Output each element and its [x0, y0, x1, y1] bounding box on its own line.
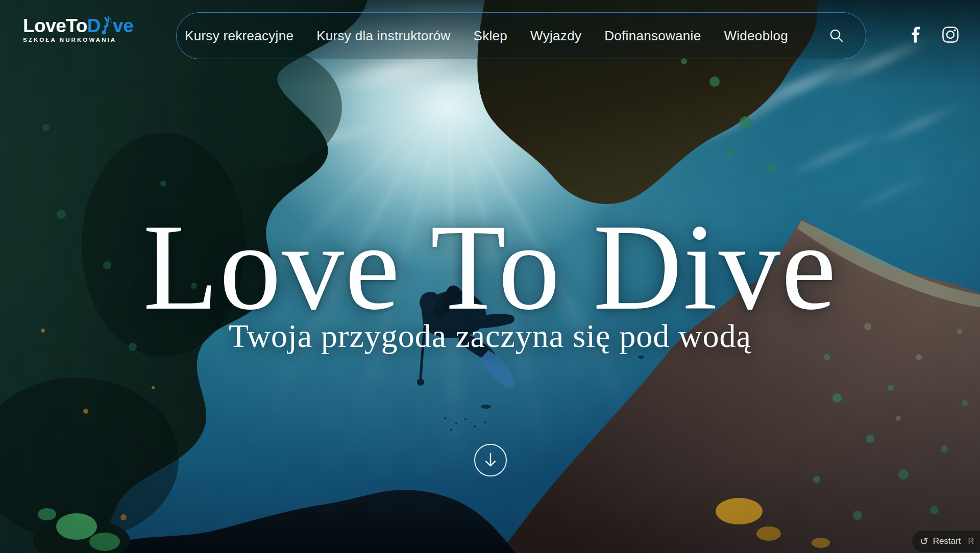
restart-button[interactable]: ↺ Restart R — [912, 531, 980, 552]
search-button[interactable] — [829, 28, 844, 43]
logo-text-white: LoveTo — [23, 16, 87, 35]
logo-diver-icon — [101, 15, 112, 36]
nav-item-dofinansowanie[interactable]: Dofinansowanie — [604, 28, 701, 44]
facebook-icon — [912, 27, 921, 43]
nav-item-wyjazdy[interactable]: Wyjazdy — [530, 28, 581, 44]
nav-item-kursy-rekreacyjne[interactable]: Kursy rekreacyjne — [185, 28, 293, 44]
search-icon — [829, 28, 844, 43]
hero-subtitle: Twoja przygoda zaczyna się pod wodą — [0, 320, 980, 353]
logo-text-d: D — [87, 16, 101, 35]
site-logo[interactable]: LoveToD ve SZKOŁA NURKOWANIA — [23, 15, 133, 43]
social-links — [912, 27, 959, 43]
site-header: LoveToD ve SZKOŁA NURKOWANIA Kursy rekre… — [0, 0, 980, 66]
hero-title: Love To Dive — [0, 205, 980, 329]
restart-icon: ↺ — [920, 536, 928, 546]
logo-tagline: SZKOŁA NURKOWANIA — [23, 37, 133, 43]
nav-item-sklep[interactable]: Sklep — [474, 28, 508, 44]
nav-item-wideoblog[interactable]: Wideoblog — [724, 28, 788, 44]
hero-section: LoveToD ve SZKOŁA NURKOWANIA Kursy rekre… — [0, 0, 980, 553]
main-navigation: Kursy rekreacyjne Kursy dla instruktorów… — [176, 12, 866, 59]
logo-text-ve: ve — [113, 16, 133, 35]
facebook-link[interactable] — [912, 27, 921, 43]
scroll-down-button[interactable] — [474, 444, 507, 476]
logo-wordmark: LoveToD ve — [23, 15, 133, 35]
instagram-link[interactable] — [942, 27, 959, 43]
nav-item-kursy-dla-instruktorow[interactable]: Kursy dla instruktorów — [316, 28, 450, 44]
restart-label: Restart — [933, 536, 961, 546]
instagram-icon — [942, 27, 959, 43]
arrow-down-icon — [484, 453, 497, 468]
restart-shortcut-key: R — [968, 537, 974, 546]
